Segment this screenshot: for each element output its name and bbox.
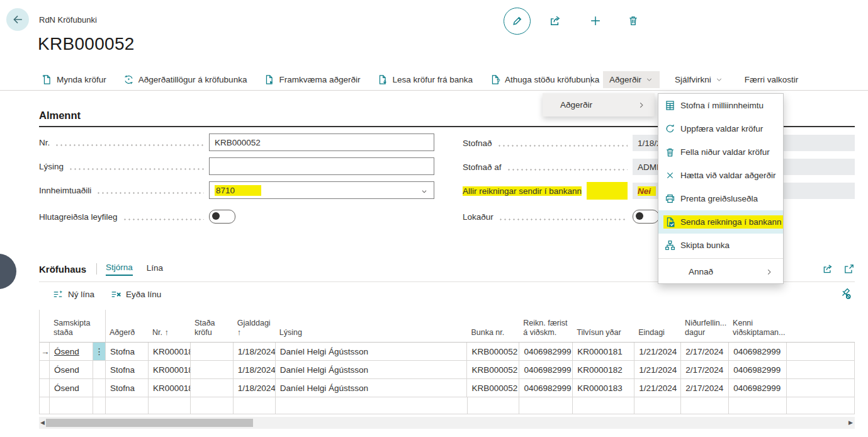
column-header[interactable]: Lýsing [276, 310, 468, 342]
menu-item-5[interactable]: Prenta greiðsluseðla [658, 187, 783, 210]
breadcrumb[interactable]: RdN Kröfubunki [39, 15, 97, 25]
column-header[interactable]: Staða kröfu [191, 310, 234, 342]
table-cell[interactable] [40, 397, 50, 414]
menu-item-7[interactable]: Skipta bunka [658, 234, 783, 257]
innheimtuadili-combo[interactable]: 8710 [209, 181, 434, 199]
table-cell[interactable]: Stofna [106, 361, 149, 378]
menu-item-6[interactable]: Senda reikninga í bankann [658, 210, 783, 234]
table-cell[interactable]: 0406982999 [729, 343, 787, 360]
actionbar-item-3[interactable]: Framkvæma aðgerðir [264, 74, 360, 85]
table-cell[interactable]: 1/18/2024 [234, 343, 276, 360]
column-header[interactable]: Reikn. færist á viðskm. [519, 310, 573, 342]
actionbar-item-5[interactable]: ?Athuga stöðu kröfubunka [490, 74, 599, 85]
table-cell[interactable]: 0406982999 [729, 379, 787, 397]
table-cell[interactable] [276, 397, 468, 414]
back-button[interactable] [6, 8, 29, 31]
row-menu-cell[interactable] [93, 361, 106, 378]
table-cell[interactable]: KR0000182 [573, 361, 634, 378]
table-cell[interactable]: 1/21/2024 [634, 343, 681, 360]
table-cell[interactable]: KR0000183 [149, 379, 191, 397]
column-header[interactable]: Bunka nr. [467, 310, 519, 342]
table-cell[interactable] [191, 379, 234, 397]
scroll-right-icon[interactable]: ▶ [848, 418, 853, 428]
table-cell[interactable]: Stofna [106, 343, 149, 360]
menu-item-3[interactable]: Fella niður valdar kröfur [658, 140, 783, 164]
share-icon[interactable] [548, 13, 563, 28]
table-cell[interactable]: KRB000052 [467, 343, 519, 360]
share-icon[interactable] [822, 263, 833, 275]
table-cell[interactable]: KR0000183 [573, 379, 634, 397]
tab-lina[interactable]: Lína [147, 263, 163, 275]
column-header[interactable]: Niðurfellin... dagur [681, 310, 729, 342]
actionbar-item-2[interactable]: Aðgerðatillögur á kröfubunka [123, 74, 247, 85]
table-cell[interactable]: 0406982999 [519, 343, 573, 360]
pin-off-icon[interactable] [839, 287, 851, 299]
column-header[interactable]: Tilvísun yðar [573, 310, 634, 342]
menu-item-2[interactable]: Uppfæra valdar kröfur [658, 117, 783, 140]
table-cell[interactable]: 2/17/2024 [681, 379, 729, 397]
table-row[interactable]: ÓsendStofnaKR00001831/18/2024Daníel Helg… [40, 379, 855, 397]
column-header[interactable]: Samskipta staða [50, 310, 93, 342]
table-cell[interactable] [191, 397, 234, 414]
table-cell[interactable]: 1/21/2024 [634, 379, 681, 397]
menu-item-1[interactable]: Stofna í milliinnheimtu [658, 94, 783, 117]
plus-icon[interactable] [588, 13, 603, 28]
table-cell[interactable]: 0406982999 [729, 361, 787, 378]
table-cell[interactable]: Daníel Helgi Ágústsson [276, 361, 468, 378]
table-cell[interactable]: KRB000052 [467, 379, 519, 397]
table-cell[interactable]: Stofna [106, 379, 149, 397]
table-cell[interactable] [191, 361, 234, 378]
table-cell[interactable]: 2/17/2024 [681, 343, 729, 360]
table-cell[interactable] [634, 397, 681, 414]
chevron-down-icon[interactable] [420, 187, 429, 196]
row-menu-cell[interactable] [93, 379, 106, 397]
scroll-left-icon[interactable]: ◀ [40, 418, 45, 428]
column-header[interactable]: Eindagi [634, 310, 681, 342]
menu-button-sj-lfvirkni[interactable]: Sjálfvirkni [668, 71, 730, 88]
table-empty-row[interactable] [40, 397, 855, 414]
part-action-2[interactable]: Eyða línu [111, 289, 161, 300]
table-cell[interactable] [191, 343, 234, 360]
menu-item-4[interactable]: Hætta við valdar aðgerðir [658, 164, 783, 187]
table-cell[interactable] [787, 343, 855, 360]
table-cell[interactable] [787, 379, 855, 397]
menu-button-f-rri-valkostir[interactable]: Færri valkostir [738, 71, 805, 88]
column-header[interactable]: Aðgerð [106, 310, 149, 342]
nr-field[interactable] [209, 133, 434, 151]
table-cell[interactable]: 0406982999 [519, 379, 573, 397]
table-cell[interactable]: Ósend [50, 379, 93, 397]
table-cell[interactable] [106, 397, 149, 414]
table-cell[interactable] [729, 397, 787, 414]
table-cell[interactable]: KR0000181 [573, 343, 634, 360]
edit-button[interactable] [504, 8, 531, 35]
column-header[interactable]: Kenni viðskiptaman... [729, 310, 787, 342]
flyout-item-adgerdir[interactable]: Aðgerðir [543, 93, 655, 116]
table-cell[interactable] [50, 397, 93, 414]
table-cell[interactable]: Ósend [50, 343, 93, 360]
table-cell[interactable] [787, 397, 855, 414]
table-row[interactable]: →Ósend⋮StofnaKR00001811/18/2024Daníel He… [40, 343, 855, 361]
table-cell[interactable]: KR0000182 [149, 361, 191, 378]
row-menu-dots-icon[interactable]: ⋮ [93, 343, 106, 360]
table-cell[interactable] [573, 397, 634, 414]
table-cell[interactable]: KRB000052 [467, 361, 519, 378]
table-cell[interactable] [468, 397, 520, 414]
table-cell[interactable] [681, 397, 729, 414]
horizontal-scrollbar[interactable]: ◀ ▶ [39, 417, 855, 429]
column-header[interactable]: Gjalddagi ↑ [234, 310, 276, 342]
popout-icon[interactable] [843, 263, 855, 275]
table-cell[interactable] [787, 361, 855, 378]
table-cell[interactable]: 1/18/2024 [234, 379, 276, 397]
trash-icon[interactable] [626, 13, 641, 28]
actionbar-item-1[interactable]: Mynda kröfur [42, 74, 106, 85]
table-cell[interactable] [234, 397, 276, 414]
table-cell[interactable]: Ósend [50, 361, 93, 378]
lysing-field[interactable] [209, 157, 434, 175]
table-cell[interactable] [519, 397, 573, 414]
menu-button-a-ger-ir[interactable]: Aðgerðir [603, 71, 660, 88]
hlutagreidsla-toggle[interactable] [209, 210, 235, 224]
actionbar-item-4[interactable]: Lesa kröfur frá banka [377, 74, 473, 85]
table-cell[interactable]: 1/21/2024 [634, 361, 681, 378]
floating-widget-handle[interactable] [0, 254, 16, 289]
table-cell[interactable]: KR0000181 [149, 343, 191, 360]
